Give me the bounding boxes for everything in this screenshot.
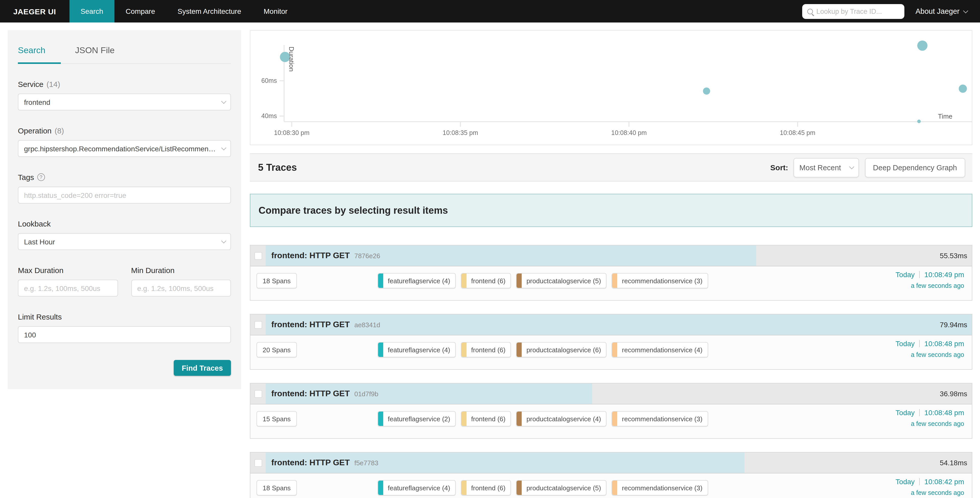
- trace-result-card[interactable]: frontend: HTTP GET f5e7783 54.18ms 18 Sp…: [250, 452, 972, 498]
- tags-input[interactable]: [24, 191, 225, 199]
- trace-id: 7876e26: [354, 252, 380, 260]
- sort-select[interactable]: Most Recent: [793, 158, 859, 177]
- trace-time: 10:08:49 pm: [924, 270, 964, 279]
- trace-card-body: 15 Spans featureflagservice (2)frontend …: [250, 404, 972, 438]
- service-color-swatch: [612, 412, 617, 426]
- trace-relative-time: a few seconds ago: [896, 282, 964, 289]
- max-duration-input[interactable]: [24, 284, 111, 292]
- trace-title: frontend: HTTP GET: [271, 458, 350, 467]
- service-tag-list: featureflagservice (4)frontend (6)produc…: [378, 480, 708, 495]
- trace-timestamp: Today 10:08:42 pm a few seconds ago: [896, 477, 964, 496]
- trace-duration: 54.18ms: [940, 459, 967, 467]
- trace-title: frontend: HTTP GET: [271, 251, 350, 260]
- trace-select-checkbox[interactable]: [254, 321, 262, 329]
- find-traces-button[interactable]: Find Traces: [174, 360, 231, 376]
- svg-text:40ms: 40ms: [261, 112, 277, 120]
- chevron-down-icon: [221, 145, 226, 150]
- nav-item-compare[interactable]: Compare: [115, 0, 166, 22]
- trace-duration: 36.98ms: [940, 389, 967, 398]
- trace-id-input[interactable]: [816, 7, 898, 15]
- nav-item-monitor[interactable]: Monitor: [252, 0, 299, 22]
- about-jaeger-menu[interactable]: About Jaeger: [915, 7, 967, 15]
- compare-banner: Compare traces by selecting result items: [250, 194, 972, 227]
- nav-spacer: [299, 0, 802, 22]
- service-tag-label: recommendationservice (3): [622, 277, 703, 284]
- tab-search[interactable]: Search: [18, 46, 46, 56]
- trace-duration: 79.94ms: [940, 321, 967, 329]
- service-tag-label: productcatalogservice (5): [527, 277, 601, 284]
- service-tag: productcatalogservice (5): [516, 480, 607, 495]
- trace-date: Today: [896, 477, 915, 486]
- service-tag-list: featureflagservice (4)frontend (6)produc…: [378, 273, 708, 288]
- search-icon: [807, 8, 813, 14]
- max-duration-field: [18, 280, 118, 297]
- chevron-down-icon: [849, 164, 854, 169]
- trace-date: Today: [896, 409, 915, 417]
- lookback-label: Lookback: [18, 219, 231, 228]
- help-icon[interactable]: ?: [37, 173, 45, 181]
- nav-item-search[interactable]: Search: [69, 0, 115, 22]
- trace-select-checkbox[interactable]: [254, 390, 262, 397]
- trace-id: 01d7f9b: [354, 390, 379, 397]
- timestamp-divider: [919, 271, 920, 278]
- trace-card-header: frontend: HTTP GET 7876e26 55.53ms: [250, 246, 972, 267]
- trace-card-body: 18 Spans featureflagservice (4)frontend …: [250, 474, 972, 498]
- service-color-swatch: [517, 412, 522, 426]
- service-tag-label: productcatalogservice (6): [527, 346, 601, 354]
- trace-id-search[interactable]: [802, 4, 904, 19]
- operation-count: (8): [55, 126, 64, 135]
- service-tag: productcatalogservice (6): [516, 342, 607, 358]
- service-tag-label: productcatalogservice (5): [527, 484, 601, 492]
- service-color-swatch: [612, 343, 617, 357]
- service-tag: featureflagservice (2): [378, 411, 456, 426]
- trace-result-card[interactable]: frontend: HTTP GET 7876e26 55.53ms 18 Sp…: [250, 245, 972, 301]
- search-sidebar: Search JSON File Service (14) frontend O…: [8, 30, 241, 389]
- service-color-swatch: [517, 343, 522, 357]
- nav-item-system-architecture[interactable]: System Architecture: [166, 0, 252, 22]
- service-tag: featureflagservice (4): [378, 480, 456, 495]
- service-tag: recommendationservice (4): [612, 342, 708, 358]
- lookback-select[interactable]: Last Hour: [18, 233, 231, 250]
- span-count-chip: 18 Spans: [256, 273, 297, 288]
- service-tag: recommendationservice (3): [612, 480, 708, 495]
- trace-card-body: 20 Spans featureflagservice (4)frontend …: [250, 335, 972, 369]
- service-tag-label: featureflagservice (4): [388, 484, 450, 492]
- limit-results-label: Limit Results: [18, 313, 231, 321]
- trace-select-checkbox[interactable]: [254, 459, 262, 466]
- min-duration-input[interactable]: [137, 284, 225, 292]
- about-jaeger-label: About Jaeger: [915, 7, 959, 15]
- service-tag: frontend (6): [461, 273, 511, 288]
- service-tag-label: recommendationservice (3): [622, 484, 703, 492]
- limit-results-input[interactable]: [24, 330, 225, 339]
- trace-card-header: frontend: HTTP GET 01d7f9b 36.98ms: [250, 383, 972, 404]
- deep-dependency-graph-button[interactable]: Deep Dependency Graph: [865, 158, 965, 177]
- service-tag-list: featureflagservice (2)frontend (6)produc…: [378, 411, 708, 426]
- timestamp-divider: [919, 340, 920, 347]
- service-tag-label: recommendationservice (3): [622, 415, 703, 423]
- trace-select-checkbox[interactable]: [254, 252, 262, 260]
- service-tag: featureflagservice (4): [378, 273, 456, 288]
- service-tag: frontend (6): [461, 411, 511, 426]
- span-count-chip: 18 Spans: [256, 480, 297, 495]
- operation-select[interactable]: grpc.hipstershop.RecommendationService/L…: [18, 140, 231, 157]
- x-axis-ticks: 10:08:30 pm10:08:35 pm10:08:40 pm10:08:4…: [274, 122, 816, 136]
- tags-label: Tags ?: [18, 173, 231, 182]
- x-axis-title: Time: [938, 112, 952, 120]
- scatter-svg: 60ms40ms 10:08:30 pm10:08:35 pm10:08:40 …: [250, 31, 972, 145]
- service-tag: productcatalogservice (4): [516, 411, 607, 426]
- trace-result-card[interactable]: frontend: HTTP GET 01d7f9b 36.98ms 15 Sp…: [250, 383, 972, 439]
- service-tag-label: featureflagservice (2): [388, 415, 450, 423]
- tab-json-file[interactable]: JSON File: [75, 46, 115, 56]
- app-brand: JAEGER UI: [0, 0, 69, 22]
- trace-result-card[interactable]: frontend: HTTP GET ae8341d 79.94ms 20 Sp…: [250, 314, 972, 370]
- trace-title: frontend: HTTP GET: [271, 320, 350, 329]
- trace-time: 10:08:48 pm: [924, 409, 964, 417]
- duration-scatter-plot[interactable]: 60ms40ms 10:08:30 pm10:08:35 pm10:08:40 …: [250, 30, 972, 145]
- chevron-down-icon: [221, 99, 226, 104]
- trace-time: 10:08:48 pm: [924, 340, 964, 348]
- service-color-swatch: [517, 480, 522, 495]
- trace-time: 10:08:42 pm: [924, 477, 964, 486]
- sort-value: Most Recent: [799, 163, 841, 172]
- service-select[interactable]: frontend: [18, 94, 231, 110]
- max-duration-label: Max Duration: [18, 266, 118, 275]
